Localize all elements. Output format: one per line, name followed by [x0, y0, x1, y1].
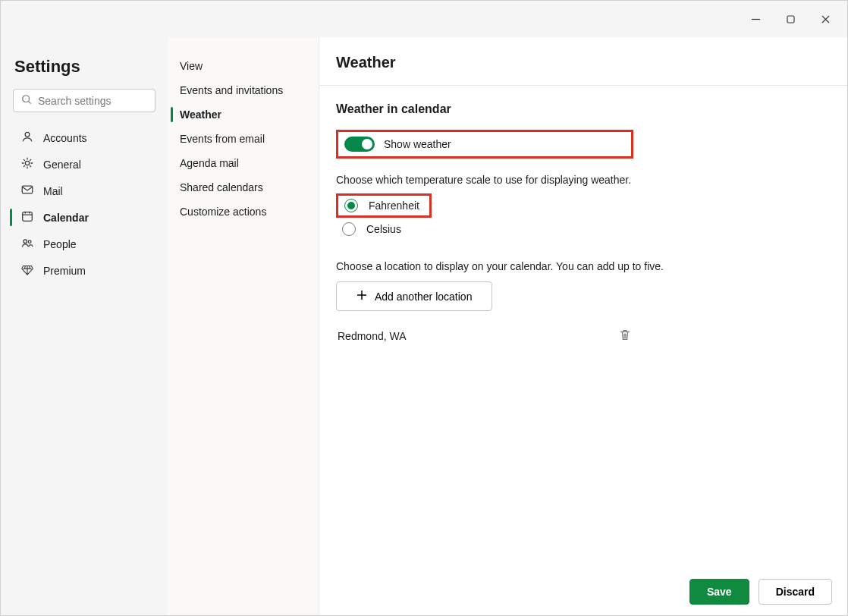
content-pane: Weather Weather in calendar Show weather…: [319, 37, 847, 615]
radio-fahrenheit[interactable]: Fahrenheit: [336, 193, 432, 218]
save-button[interactable]: Save: [689, 579, 749, 605]
window-minimize-button[interactable]: [738, 7, 773, 31]
radio-icon: [342, 222, 356, 236]
calendar-icon: [20, 209, 34, 225]
window-maximize-button[interactable]: [773, 7, 808, 31]
add-location-label: Add another location: [375, 291, 472, 303]
plus-icon: [356, 290, 367, 303]
svg-rect-0: [787, 16, 794, 23]
subnav-item-shared-calendars[interactable]: Shared calendars: [168, 175, 319, 200]
mail-icon: [20, 183, 34, 199]
discard-button[interactable]: Discard: [758, 579, 832, 605]
sidebar-item-accounts[interactable]: Accounts: [10, 124, 159, 151]
subnav-item-view[interactable]: View: [168, 54, 319, 78]
svg-point-1: [23, 96, 30, 102]
radio-label: Celsius: [366, 223, 401, 235]
sidebar-item-label: Calendar: [43, 212, 89, 224]
sidebar-item-premium[interactable]: Premium: [10, 257, 159, 284]
show-weather-row: Show weather: [336, 130, 633, 159]
add-location-button[interactable]: Add another location: [336, 281, 492, 311]
subnav-item-customize-actions[interactable]: Customize actions: [168, 200, 319, 224]
trash-icon: [618, 332, 632, 344]
window-close-button[interactable]: [808, 7, 843, 31]
svg-point-2: [25, 132, 30, 137]
sidebar-item-label: Mail: [43, 185, 63, 197]
radio-icon: [344, 199, 358, 212]
search-settings-field[interactable]: [13, 89, 155, 112]
show-weather-label: Show weather: [384, 138, 451, 150]
show-weather-toggle[interactable]: [344, 137, 375, 152]
sidebar-item-mail[interactable]: Mail: [10, 178, 159, 204]
sidebar-item-general[interactable]: General: [10, 151, 159, 178]
subnav-item-events-invitations[interactable]: Events and invitations: [168, 78, 319, 102]
svg-point-7: [28, 240, 31, 244]
delete-location-button[interactable]: [618, 328, 632, 344]
window-titlebar: [1, 1, 847, 37]
footer-actions: Save Discard: [689, 579, 832, 605]
search-icon: [21, 94, 32, 107]
calendar-subnav: View Events and invitations Weather Even…: [168, 37, 319, 615]
radio-label: Fahrenheit: [369, 200, 419, 212]
settings-title: Settings: [14, 57, 154, 77]
sidebar-item-calendar[interactable]: Calendar: [10, 204, 159, 231]
location-row: Redmond, WA: [336, 322, 633, 350]
subnav-item-events-from-email[interactable]: Events from email: [168, 127, 319, 151]
sidebar-item-label: General: [43, 159, 81, 171]
gear-icon: [20, 156, 34, 172]
svg-point-3: [25, 161, 29, 165]
subnav-item-weather[interactable]: Weather: [168, 102, 319, 127]
sidebar-item-label: Premium: [43, 265, 86, 277]
radio-celsius[interactable]: Celsius: [336, 219, 831, 239]
sidebar-item-people[interactable]: People: [10, 231, 159, 257]
section-title: Weather in calendar: [336, 102, 831, 116]
svg-rect-5: [23, 212, 33, 222]
location-help: Choose a location to display on your cal…: [336, 260, 831, 272]
svg-point-6: [24, 240, 27, 244]
person-icon: [20, 130, 34, 146]
sidebar-item-label: People: [43, 238, 77, 250]
content-header: Weather: [319, 37, 847, 86]
location-name: Redmond, WA: [338, 330, 407, 342]
subnav-item-agenda-mail[interactable]: Agenda mail: [168, 151, 319, 175]
toggle-knob: [362, 139, 372, 149]
diamond-icon: [20, 262, 34, 278]
settings-sidebar: Settings Accounts General: [1, 37, 168, 615]
sidebar-item-label: Accounts: [43, 132, 87, 144]
temperature-scale-help: Choose which temperature scale to use fo…: [336, 174, 831, 186]
people-icon: [20, 236, 34, 252]
page-title: Weather: [336, 54, 831, 71]
search-settings-input[interactable]: [38, 95, 147, 107]
svg-rect-4: [22, 186, 33, 193]
